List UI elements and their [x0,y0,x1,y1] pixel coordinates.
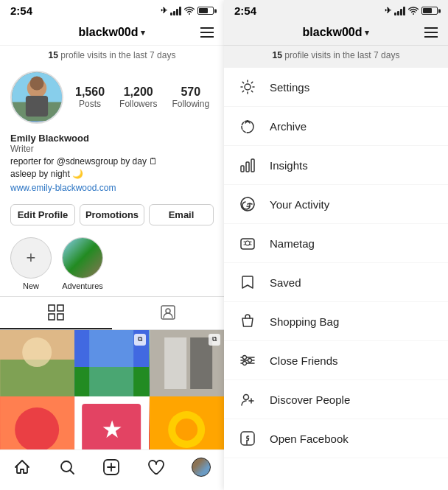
username-button-right[interactable]: blackw00d ▾ [303,26,370,39]
new-icon: + [27,248,36,267]
open-facebook-label: Open Facebook [270,433,349,445]
svg-rect-19 [164,337,186,389]
grid-row-2: ★ [0,396,224,449]
posts-label: Posts [79,99,101,109]
grid-cell-2[interactable]: ⧉ [74,330,149,396]
menu-item-open-facebook[interactable]: Open Facebook [224,419,448,458]
visits-count-left: 15 [49,50,58,60]
facebook-icon [239,430,256,447]
status-icons-right: ✈ [385,6,438,15]
hamburger-line-r2 [424,32,438,33]
avatar-image [12,72,62,122]
menu-item-discover-people[interactable]: Discover People [224,380,448,419]
svg-rect-16 [89,330,133,396]
highlight-new-label: New [23,281,39,290]
mention-sdnewsgroup[interactable]: @sdnewsgroup [57,156,119,167]
tab-tagged[interactable] [112,297,224,329]
discover-people-label: Discover People [270,393,350,406]
bio-text: reporter for @sdnewsgroup by day 🗒 aslee… [10,155,214,181]
username-button[interactable]: blackw00d ▾ [79,26,146,39]
tagged-icon [160,304,176,321]
menu-item-close-friends[interactable]: Close Friends [224,341,448,380]
menu-list: Settings Archive Insights [224,68,448,490]
grid-cell-3[interactable]: ⧉ [150,330,224,396]
photo-grid: ⧉ ⧉ [0,330,224,449]
menu-item-shopping-bag[interactable]: Shopping Bag [224,302,448,341]
email-button[interactable]: Email [149,204,214,225]
nav-profile[interactable] [192,458,211,477]
bio-link[interactable]: www.emily-blackwood.com [10,183,116,193]
svg-rect-6 [57,305,63,311]
bio-section: Emily Blackwood Writer reporter for @sdn… [0,131,224,198]
edit-profile-button[interactable]: Edit Profile [10,204,75,225]
status-bar-left: 2:54 ✈ [0,0,224,20]
insights-icon [239,156,256,174]
discover-people-icon [239,391,256,408]
svg-point-28 [175,419,197,441]
svg-rect-40 [241,239,254,249]
svg-text:★: ★ [102,419,122,441]
followers-count: 1,200 [124,85,153,99]
menu-item-nametag[interactable]: Nametag [224,224,448,263]
grid-cell-6[interactable] [150,396,224,449]
nav-add[interactable] [102,458,120,476]
saved-icon [239,273,256,291]
search-icon [58,458,76,476]
grid-cell-5[interactable]: ★ [74,396,149,449]
add-icon [102,458,120,476]
svg-rect-37 [251,159,254,172]
menu-item-insights[interactable]: Insights [224,146,448,185]
bio-name: Emily Blackwood [10,133,214,144]
avatar[interactable] [10,71,63,124]
svg-point-41 [245,241,250,245]
menu-item-settings[interactable]: Settings [224,68,448,107]
archive-label: Archive [270,120,307,133]
nav-avatar [192,458,211,477]
profile-section: 1,560 Posts 1,200 Followers 570 Followin… [0,63,224,131]
nav-home[interactable] [13,458,31,476]
nav-heart[interactable] [147,458,164,476]
stats-container: 1,560 Posts 1,200 Followers 570 Followin… [75,85,214,109]
archive-icon [239,117,256,135]
svg-point-13 [22,337,52,367]
signal-icon-left [170,7,181,15]
bottom-nav [0,449,224,490]
highlight-adventures-image [63,238,102,278]
status-icons-left: ✈ [161,6,214,15]
visits-count-right: 15 [273,50,282,60]
story-highlights: + New Adventures [0,231,224,296]
menu-item-saved[interactable]: Saved [224,263,448,302]
promotions-button[interactable]: Promotions [80,204,144,225]
nav-search[interactable] [58,458,76,476]
hamburger-line-r3 [424,36,438,38]
chevron-down-icon: ▾ [141,28,145,38]
username-text: blackw00d [79,26,139,39]
stat-following[interactable]: 570 Following [172,85,209,109]
stat-followers[interactable]: 1,200 Followers [119,85,157,109]
stat-posts[interactable]: 1,560 Posts [75,85,105,109]
nametag-label: Nametag [270,237,315,250]
tab-grid[interactable] [0,297,112,329]
svg-point-4 [30,77,44,91]
hamburger-button-right[interactable] [424,27,438,38]
close-friends-label: Close Friends [270,354,338,367]
left-panel: 2:54 ✈ blackw0 [0,0,224,490]
hamburger-button[interactable] [200,27,214,38]
highlight-new[interactable]: + New [10,237,52,290]
multi-photo-icon-2: ⧉ [209,334,220,346]
posts-count: 1,560 [75,85,105,99]
menu-item-archive[interactable]: Archive [224,107,448,146]
svg-rect-35 [241,166,244,172]
grid-cell-1[interactable] [0,330,74,396]
shopping-bag-icon [239,312,256,330]
wifi-icon-right [408,7,419,15]
insights-label: Insights [270,159,308,172]
grid-cell-4[interactable] [0,396,74,449]
svg-point-22 [15,407,59,449]
svg-rect-3 [26,96,48,116]
highlight-adventures[interactable]: Adventures [62,237,103,290]
svg-point-10 [166,309,170,313]
svg-line-30 [70,471,74,475]
menu-item-your-activity[interactable]: Your Activity [224,185,448,224]
your-activity-label: Your Activity [270,198,329,211]
